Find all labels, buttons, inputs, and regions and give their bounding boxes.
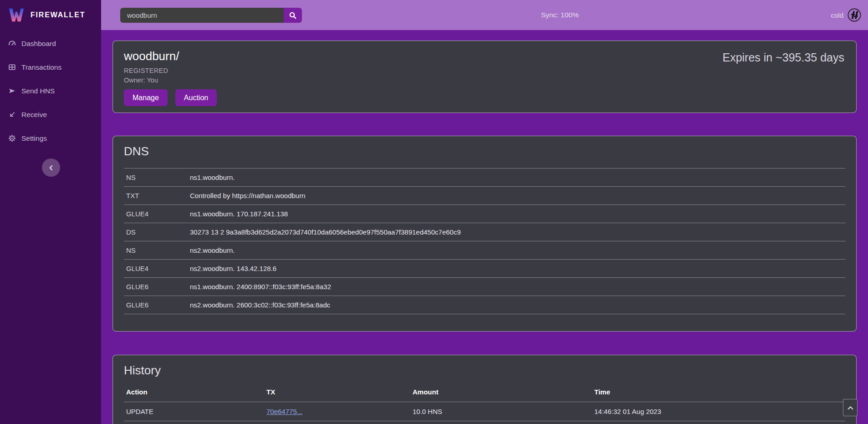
auction-button[interactable]: Auction xyxy=(175,89,217,106)
dns-title: DNS xyxy=(124,144,845,158)
history-amount: 10.0 HNS xyxy=(410,421,592,424)
firewallet-logo-icon xyxy=(8,6,25,24)
dns-record-row: GLUE6 ns2.woodburn. 2600:3c02::f03c:93ff… xyxy=(124,296,845,314)
dns-record-value: ns2.woodburn. 143.42.128.6 xyxy=(188,260,845,278)
dns-record-row: GLUE6 ns1.woodburn. 2400:8907::f03c:93ff… xyxy=(124,278,845,296)
dns-table: NS ns1.woodburn. TXT Controlled by https… xyxy=(124,168,845,314)
tx-link[interactable]: 70e64775... xyxy=(266,408,302,415)
domain-card: woodburn/ REGISTERED Owner: You Manage A… xyxy=(112,41,857,113)
chevron-left-icon xyxy=(48,165,54,171)
sync-status: Sync: 100% xyxy=(541,0,579,30)
manage-button[interactable]: Manage xyxy=(124,89,168,106)
dns-record-value: ns1.woodburn. xyxy=(188,169,845,187)
search-input[interactable] xyxy=(120,8,284,23)
history-time: 14:46:32 01 Aug 2023 xyxy=(592,402,845,421)
dns-record-value: ns2.woodburn. 2600:3c02::f03c:93ff:fe5a:… xyxy=(188,296,845,314)
sidebar-item-dashboard[interactable]: Dashboard xyxy=(0,39,101,48)
gauge-icon xyxy=(8,40,16,47)
table-icon xyxy=(8,63,16,71)
history-amount: 10.0 HNS xyxy=(410,402,592,421)
history-header-row: Action TX Amount Time xyxy=(124,384,845,402)
dns-record-type: GLUE6 xyxy=(124,296,188,314)
dns-record-type: TXT xyxy=(124,187,188,205)
sidebar-item-receive[interactable]: Receive xyxy=(0,110,101,119)
dns-record-value: 30273 13 2 9a3a8fb3d625d2a2073d740f10da6… xyxy=(188,223,845,241)
sidebar-item-label: Send HNS xyxy=(21,87,55,95)
history-col-action: Action xyxy=(124,384,264,402)
sidebar-item-label: Receive xyxy=(21,111,47,119)
history-col-amount: Amount xyxy=(410,384,592,402)
history-col-tx: TX xyxy=(264,384,410,402)
sidebar-collapse-button[interactable] xyxy=(42,158,60,177)
history-col-time: Time xyxy=(592,384,845,402)
dns-record-value: ns1.woodburn. 2400:8907::f03c:93ff:fe5a:… xyxy=(188,278,845,296)
brand: FIREWALLET xyxy=(0,0,101,30)
search-icon xyxy=(289,11,297,20)
expiry-label: Expires in ~395.35 days xyxy=(722,51,844,64)
history-action: UPDATE xyxy=(124,402,264,421)
sidebar-nav: Dashboard Transactions Send HNS xyxy=(0,30,101,143)
history-row: RENEW d72e3cd4... 10.0 HNS 15:47:06 07 J… xyxy=(124,421,845,424)
dns-record-value: ns2.woodburn. xyxy=(188,241,845,260)
dns-record-row: GLUE4 ns1.woodburn. 170.187.241.138 xyxy=(124,205,845,223)
search-bar xyxy=(120,8,302,23)
send-icon xyxy=(8,87,16,95)
dns-record-type: NS xyxy=(124,241,188,260)
history-row: UPDATE 70e64775... 10.0 HNS 14:46:32 01 … xyxy=(124,402,845,421)
receive-arrow-icon xyxy=(8,111,16,118)
chevron-up-icon xyxy=(848,406,853,410)
dns-record-type: GLUE4 xyxy=(124,205,188,223)
dns-record-type: NS xyxy=(124,169,188,187)
scroll-to-top-button[interactable] xyxy=(843,399,858,416)
topbar: Sync: 100% cold xyxy=(101,0,868,30)
sidebar-item-label: Settings xyxy=(21,134,47,143)
sidebar-item-transactions[interactable]: Transactions xyxy=(0,62,101,72)
history-table: Action TX Amount Time UPDATE 70e64775...… xyxy=(124,384,845,424)
sidebar-item-label: Dashboard xyxy=(21,40,56,48)
gear-icon xyxy=(8,134,16,142)
dns-record-row: NS ns1.woodburn. xyxy=(124,169,845,187)
domain-actions: Manage Auction xyxy=(124,89,845,106)
sidebar-item-label: Transactions xyxy=(21,63,61,72)
sidebar-item-settings[interactable]: Settings xyxy=(0,133,101,143)
dns-record-type: GLUE4 xyxy=(124,260,188,278)
dns-record-row: TXT Controlled by https://nathan.woodbur… xyxy=(124,187,845,205)
history-card: History Action TX Amount Time UPDATE 70e… xyxy=(112,355,857,424)
history-action: RENEW xyxy=(124,421,264,424)
dns-record-value: Controlled by https://nathan.woodburn xyxy=(188,187,845,205)
dns-record-row: DS 30273 13 2 9a3a8fb3d625d2a2073d740f10… xyxy=(124,223,845,241)
search-button[interactable] xyxy=(284,8,302,23)
domain-owner: Owner: You xyxy=(124,77,845,84)
sidebar-item-send-hns[interactable]: Send HNS xyxy=(0,86,101,96)
history-time: 15:47:06 07 Jul 2023 xyxy=(592,421,845,424)
history-title: History xyxy=(124,363,845,378)
brand-name: FIREWALLET xyxy=(31,11,85,19)
dns-record-value: ns1.woodburn. 170.187.241.138 xyxy=(188,205,845,223)
dns-record-row: GLUE4 ns2.woodburn. 143.42.128.6 xyxy=(124,260,845,278)
dns-record-type: GLUE6 xyxy=(124,278,188,296)
sidebar: FIREWALLET Dashboard Transactions xyxy=(0,0,101,424)
handshake-logo-icon xyxy=(848,8,861,22)
dns-record-row: NS ns2.woodburn. xyxy=(124,241,845,260)
dns-record-type: DS xyxy=(124,223,188,241)
domain-status: REGISTERED xyxy=(124,67,845,74)
wallet-selector[interactable]: cold xyxy=(831,0,861,30)
wallet-name: cold xyxy=(831,11,843,19)
dns-card: DNS NS ns1.woodburn. TXT Controlled by h… xyxy=(112,136,857,332)
